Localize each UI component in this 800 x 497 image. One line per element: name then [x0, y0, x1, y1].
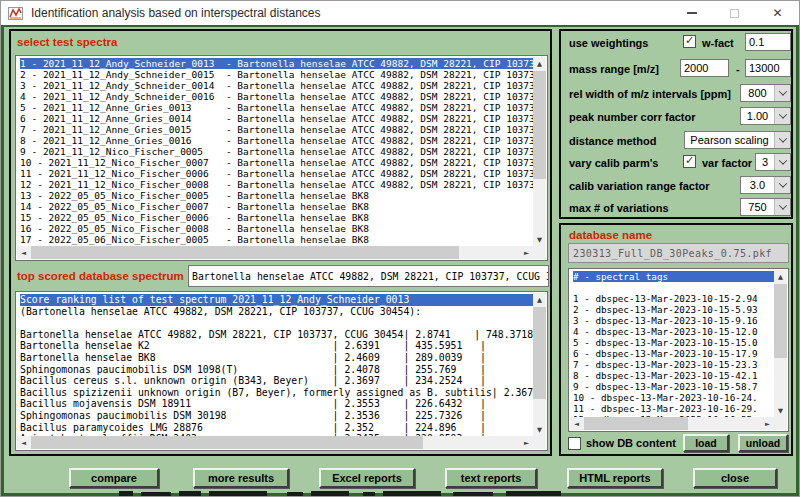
compare-button[interactable]: compare: [69, 468, 159, 488]
list-item[interactable]: 9 - 2021_11_12_Nico_Fischer_0005 - Barto…: [20, 146, 533, 157]
window: Identification analysis based on intersp…: [0, 0, 800, 497]
horizontal-scrollbar[interactable]: ◄ ►: [17, 246, 533, 259]
list-item[interactable]: 12 - 2021_11_12_Nico_Fischer_0008 - Bart…: [20, 179, 533, 190]
list-item[interactable]: 10 - 2021_11_12_Nico_Fischer_0007 - Bart…: [20, 157, 533, 168]
scrollbar-thumb[interactable]: [533, 71, 546, 179]
max-variations-dropdown[interactable]: 750: [740, 198, 791, 216]
close-button[interactable]: close: [693, 468, 777, 488]
rel-width-dropdown[interactable]: 800: [740, 84, 791, 102]
use-weightings-checkbox[interactable]: ✓: [683, 35, 696, 48]
text-reports-button[interactable]: text reports: [445, 468, 537, 488]
client-area: select test spectra 1 - 2021_11_12_Andy_…: [1, 25, 799, 496]
list-item[interactable]: # - spectral tags: [573, 271, 774, 282]
minimize-icon[interactable]: [670, 1, 713, 25]
excel-reports-button[interactable]: Excel reports: [319, 468, 415, 488]
horizontal-scrollbar[interactable]: ◄ ►: [570, 417, 774, 430]
list-item[interactable]: 1 - 2021_11_12_Andy_Schneider_0013 - Bar…: [20, 58, 533, 69]
list-item[interactable]: 2 - dbspec-13-Mar-2023-10-15-5.93: [573, 304, 774, 315]
list-item[interactable]: 8 - dbspec-13-Mar-2023-10-15-42.1: [573, 370, 774, 381]
list-item[interactable]: 7 - dbspec-13-Mar-2023-10-15-23.3: [573, 359, 774, 370]
clipped-background-text: [287, 492, 303, 496]
list-item[interactable]: Bacillus cereus s.l. unknown origin (B34…: [20, 375, 533, 387]
database-name-field[interactable]: 230313_Full_DB_30Peaks_0.75.pkf: [568, 243, 789, 263]
w-fact-field[interactable]: 0.1: [745, 33, 791, 51]
top-scored-spectrum-field[interactable]: Bartonella henselae ATCC 49882, DSM 2822…: [188, 265, 549, 287]
scroll-down-icon[interactable]: ▼: [533, 423, 546, 436]
list-item[interactable]: Bartonella henselae BK8 | 2.4609 | 289.0…: [20, 352, 533, 364]
scrollbar-thumb[interactable]: [31, 246, 459, 259]
scroll-up-icon[interactable]: ▲: [533, 57, 546, 70]
scroll-down-icon[interactable]: ▼: [774, 404, 787, 417]
list-item[interactable]: 6 - dbspec-13-Mar-2023-10-15-17.9: [573, 348, 774, 359]
list-item[interactable]: 2 - 2021_11_12_Andy_Schneider_0015 - Bar…: [20, 69, 533, 80]
chevron-down-icon: [774, 154, 790, 170]
chevron-down-icon: [774, 108, 790, 124]
scroll-right-icon[interactable]: ►: [761, 417, 774, 430]
scroll-down-icon[interactable]: ▼: [533, 233, 546, 246]
list-item[interactable]: 5 - dbspec-13-Mar-2023-10-15-15.0: [573, 337, 774, 348]
list-item[interactable]: 4 - dbspec-13-Mar-2023-10-15-12.0: [573, 326, 774, 337]
list-item[interactable]: 14 - 2022_05_05_Nico_Fischer_0007 - Bart…: [20, 201, 533, 212]
close-icon[interactable]: ✕: [756, 1, 799, 25]
vertical-scrollbar[interactable]: ▲ ▼: [533, 293, 546, 436]
scroll-right-icon[interactable]: ►: [520, 246, 533, 259]
scroll-left-icon[interactable]: ◄: [570, 417, 583, 430]
list-item[interactable]: 6 - 2021_11_12_Anne_Gries_0014 - Bartone…: [20, 113, 533, 124]
load-button[interactable]: load: [683, 434, 729, 452]
list-item[interactable]: 3 - 2021_11_12_Andy_Schneider_0014 - Bar…: [20, 80, 533, 91]
var-factor-label: var factor: [702, 157, 752, 169]
list-item[interactable]: 10 - dbspec-13-Mar-2023-10-16-24.: [573, 392, 774, 403]
maximize-icon[interactable]: [713, 1, 756, 25]
list-item[interactable]: [20, 317, 533, 329]
list-item[interactable]: Bacillus mojavensis DSM 18911 | 2.3553 |…: [20, 398, 533, 410]
scroll-up-icon[interactable]: ▲: [774, 270, 787, 283]
list-item[interactable]: 7 - 2021_11_12_Anne_Gries_0015 - Bartone…: [20, 124, 533, 135]
list-item[interactable]: 11 - dbspec-13-Mar-2023-10-16-29.: [573, 403, 774, 414]
list-item[interactable]: 15 - 2022_05_05_Nico_Fischer_0006 - Bart…: [20, 212, 533, 223]
peak-corr-dropdown[interactable]: 1.00: [740, 107, 791, 125]
list-item[interactable]: 17 - 2022_05_06_Nico_Fischer_0005 - Bart…: [20, 234, 533, 245]
list-item[interactable]: Bartonella henselae ATCC 49882, DSM 2822…: [20, 329, 533, 341]
scrollbar-thumb[interactable]: [31, 436, 423, 449]
vary-calib-checkbox[interactable]: ✓: [683, 155, 696, 168]
list-item[interactable]: Sphingomonas paucimobilis DSM 1098(T) | …: [20, 364, 533, 376]
list-item[interactable]: 11 - 2021_11_12_Nico_Fischer_0006 - Bart…: [20, 168, 533, 179]
scroll-up-icon[interactable]: ▲: [533, 293, 546, 306]
list-item[interactable]: Sphingomonas paucimobilis DSM 30198 | 2.…: [20, 410, 533, 422]
scrollbar-thumb[interactable]: [584, 417, 688, 430]
list-item[interactable]: Bacillus spizizenii unknown origin (B7, …: [20, 387, 533, 399]
var-factor-dropdown[interactable]: 3: [755, 153, 791, 171]
test-spectra-rows: 1 - 2021_11_12_Andy_Schneider_0013 - Bar…: [17, 57, 533, 246]
minimize-glyph: [687, 12, 697, 14]
vertical-scrollbar[interactable]: ▲ ▼: [533, 57, 546, 246]
show-db-content-checkbox[interactable]: [568, 437, 581, 450]
list-item[interactable]: 5 - 2021_11_12_Anne_Gries_0013 - Bartone…: [20, 102, 533, 113]
list-item[interactable]: Bacillus paramycoides LMG 28876 | 2.352 …: [20, 422, 533, 434]
list-item[interactable]: 8 - 2021_11_12_Anne_Gries_0016 - Bartone…: [20, 135, 533, 146]
list-item[interactable]: Score ranking list of test spectrum 2021…: [20, 294, 533, 306]
list-item[interactable]: Bartonella henselae K2 | 2.6391 | 435.59…: [20, 340, 533, 352]
scrollbar-thumb[interactable]: [533, 307, 546, 399]
scrollbar-thumb[interactable]: [774, 284, 787, 358]
list-item[interactable]: 9 - dbspec-13-Mar-2023-10-15-58.7: [573, 381, 774, 392]
html-reports-button[interactable]: HTML reports: [567, 468, 663, 488]
calib-range-dropdown[interactable]: 3.0: [740, 176, 791, 194]
unload-button[interactable]: unload: [738, 434, 788, 452]
list-item[interactable]: 16 - 2022_05_05_Nico_Fischer_0008 - Bart…: [20, 223, 533, 234]
list-item[interactable]: 4 - 2021_11_12_Andy_Schneider_0016 - Bar…: [20, 91, 533, 102]
list-item[interactable]: [573, 282, 774, 293]
horizontal-scrollbar[interactable]: ◄ ►: [17, 436, 533, 449]
list-item[interactable]: 13 - 2022_05_05_Nico_Fischer_0005 - Bart…: [20, 190, 533, 201]
scroll-left-icon[interactable]: ◄: [17, 436, 30, 449]
list-item[interactable]: (Bartonella henselae ATCC 49882, DSM 282…: [20, 306, 533, 318]
more-results-button[interactable]: more results: [193, 468, 289, 488]
scroll-right-icon[interactable]: ►: [520, 436, 533, 449]
scroll-left-icon[interactable]: ◄: [17, 246, 30, 259]
mass-range-from-field[interactable]: 2000: [680, 59, 729, 77]
mass-range-to-field[interactable]: 13000: [745, 59, 791, 77]
list-item[interactable]: 3 - dbspec-13-Mar-2023-10-15-9.16: [573, 315, 774, 326]
list-item[interactable]: 1 - dbspec-13-Mar-2023-10-15-2.94: [573, 293, 774, 304]
vertical-scrollbar[interactable]: ▲ ▼: [774, 270, 787, 417]
distance-method-dropdown[interactable]: Pearson scaling: [684, 131, 791, 149]
caption-buttons: ✕: [670, 1, 799, 25]
